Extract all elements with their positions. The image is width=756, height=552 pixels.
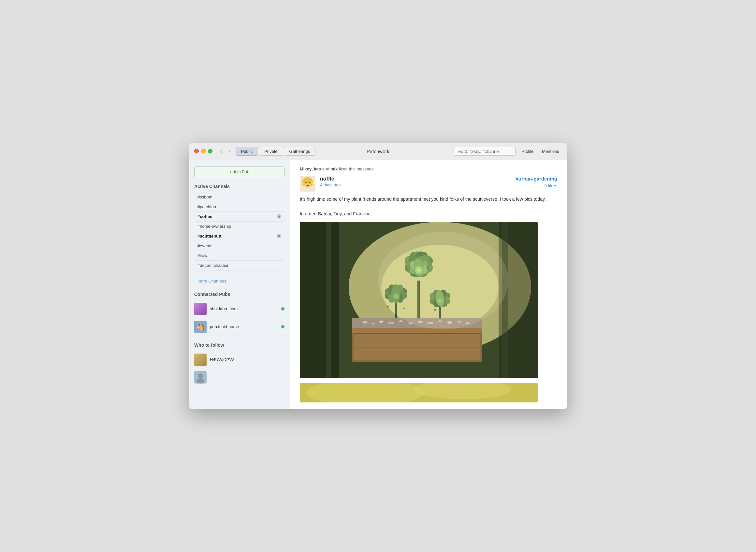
notification-icon: ◉	[277, 234, 281, 238]
list-item[interactable]: #events	[194, 241, 285, 251]
back-button[interactable]: ‹	[219, 147, 223, 155]
list-item[interactable]: #italia	[194, 251, 285, 261]
svg-point-29	[362, 321, 367, 323]
liker-2: kas	[314, 166, 321, 171]
post-image	[300, 222, 538, 380]
online-indicator	[281, 325, 285, 328]
titlebar-right: Profile Mentions	[454, 147, 562, 156]
post-channel-right: #urban-gardening 9 likes	[515, 176, 557, 188]
post-channel-link[interactable]: #urban-gardening	[515, 176, 557, 181]
tab-group: Public Private Gatherings	[236, 147, 315, 156]
tab-gatherings[interactable]: Gatherings	[284, 147, 316, 156]
list-item[interactable]: #coffee ◉	[194, 212, 285, 222]
svg-rect-23	[353, 333, 481, 334]
follow-item: H4UWjDPVZ	[194, 351, 285, 369]
follow-avatar	[194, 371, 206, 384]
list-item[interactable]: #decentralization	[194, 261, 285, 270]
pub-avatar	[194, 303, 206, 315]
main-area: + Join Pub Active Channels #ssbpm #patch…	[189, 160, 567, 409]
svg-point-33	[399, 320, 403, 322]
svg-rect-0	[194, 303, 206, 315]
who-to-follow-heading: Who to follow	[194, 342, 285, 348]
tab-public[interactable]: Public	[236, 147, 258, 156]
likes-conjunction: and	[322, 166, 330, 171]
minimize-button[interactable]	[201, 149, 205, 153]
post-body-line2: In order: Batoai, Tiny, and Francine.	[300, 210, 557, 217]
app-window: ‹ › Public Private Gatherings Patchwork …	[189, 143, 567, 409]
svg-rect-79	[326, 222, 331, 378]
tab-private[interactable]: Private	[259, 147, 283, 156]
svg-point-5	[198, 374, 203, 379]
active-channels-heading: Active Channels	[194, 184, 285, 189]
liker-3: mix	[330, 166, 338, 171]
pub-name: pub.tshirt.horse	[210, 324, 278, 329]
svg-point-12	[305, 182, 307, 183]
svg-rect-3	[194, 354, 206, 366]
svg-point-30	[371, 322, 375, 324]
notification-icon: ◉	[277, 214, 281, 219]
channel-name: #ssbpm	[197, 194, 212, 199]
svg-point-13	[309, 182, 310, 183]
svg-text:🐴: 🐴	[196, 323, 205, 331]
pub-item: 🐴 pub.tshirt.horse	[194, 318, 285, 336]
follow-item	[194, 369, 285, 386]
channel-name: #coffee	[197, 214, 212, 219]
post-image-2	[300, 383, 538, 402]
post-time: 4 days ago	[320, 182, 515, 187]
maximize-button[interactable]	[208, 149, 212, 153]
connected-pubs-heading: Connected Pubs	[194, 292, 285, 297]
svg-point-83	[306, 383, 424, 402]
forward-button[interactable]: ›	[227, 147, 232, 155]
channel-name: #scuttlebutt	[197, 234, 221, 239]
svg-rect-19	[300, 222, 339, 378]
follow-avatar	[194, 354, 206, 366]
pub-name: sbot.ktorn.com	[210, 306, 278, 311]
channel-name: #events	[197, 243, 212, 248]
app-title: Patchwork	[366, 149, 390, 154]
sidebar: + Join Pub Active Channels #ssbpm #patch…	[189, 160, 290, 409]
list-item[interactable]: #scuttlebutt ◉	[194, 231, 285, 241]
list-item[interactable]: #ssbpm	[194, 192, 285, 202]
post-likes-count: 9 likes	[515, 183, 557, 188]
traffic-lights	[194, 149, 212, 153]
list-item[interactable]: #home-ownership	[194, 222, 285, 231]
join-pub-button[interactable]: + Join Pub	[194, 166, 285, 177]
pub-avatar: 🐴	[194, 321, 206, 333]
post-body: It's high time some of my plant friends …	[300, 195, 557, 217]
channel-name: #italia	[197, 253, 208, 258]
close-button[interactable]	[194, 149, 199, 153]
svg-point-81	[378, 232, 508, 329]
channel-name: #decentralization	[197, 263, 230, 268]
avatar[interactable]	[300, 176, 315, 191]
post-author: noffle	[320, 176, 515, 182]
post-meta: noffle 4 days ago	[320, 176, 515, 187]
channel-name: #patchfoo	[197, 204, 216, 209]
list-item[interactable]: #patchfoo	[194, 202, 285, 212]
likes-bar: Mikey, kas and mix liked this message	[300, 166, 557, 171]
content-area: Mikey, kas and mix liked this message	[290, 160, 567, 409]
profile-button[interactable]: Profile	[519, 147, 536, 155]
svg-point-32	[388, 322, 394, 324]
svg-point-15	[311, 182, 313, 184]
who-to-follow-section: Who to follow H4	[194, 342, 285, 386]
titlebar: ‹ › Public Private Gatherings Patchwork …	[189, 143, 567, 160]
more-channels-link[interactable]: More Channels...	[194, 277, 285, 285]
post-header: noffle 4 days ago #urban-gardening 9 lik…	[300, 176, 557, 191]
channel-list: #ssbpm #patchfoo #coffee ◉ #home-ownersh…	[194, 192, 285, 270]
post-wrapper: Mikey, kas and mix liked this message	[290, 160, 567, 409]
svg-point-31	[379, 321, 384, 323]
mentions-button[interactable]: Mentions	[539, 147, 562, 155]
follow-name: H4UWjDPVZ	[210, 357, 235, 362]
svg-point-6	[196, 378, 204, 384]
search-input[interactable]	[454, 147, 515, 156]
channel-name: #home-ownership	[197, 224, 231, 229]
likes-text-suffix: liked this message	[339, 166, 374, 171]
post-card: noffle 4 days ago #urban-gardening 9 lik…	[300, 176, 557, 409]
post-body-line1: It's high time some of my plant friends …	[300, 195, 557, 203]
pub-item: sbot.ktorn.com	[194, 300, 285, 318]
liker-1: Mikey	[300, 166, 312, 171]
online-indicator	[281, 307, 285, 310]
svg-point-14	[302, 182, 304, 184]
